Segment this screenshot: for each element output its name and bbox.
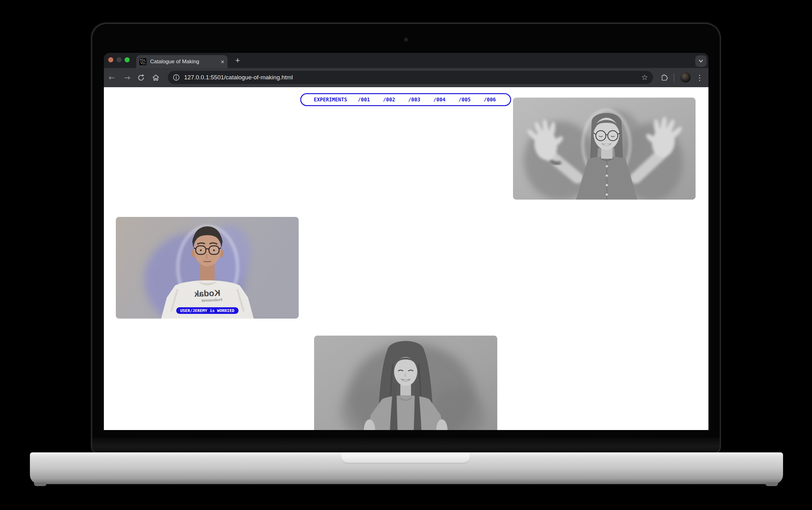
- laptop-base: [30, 452, 783, 484]
- laptop-foot-right: [765, 483, 778, 486]
- reload-icon: [137, 74, 145, 82]
- back-button[interactable]: ←: [106, 72, 117, 83]
- url-text[interactable]: 127.0.0.1:5501/catalogue-of-making.html: [184, 74, 637, 81]
- tab-strip: Catalogue of Making × +: [104, 53, 708, 68]
- traffic-light-close[interactable]: [108, 57, 113, 62]
- home-icon: [152, 74, 160, 82]
- puzzle-icon: [660, 74, 668, 82]
- desktop-background: Catalogue of Making × + ← →: [0, 0, 812, 510]
- favicon-icon: [139, 58, 146, 65]
- laptop-screen: Catalogue of Making × + ← →: [92, 24, 720, 452]
- lid-opening-notch: [341, 452, 470, 464]
- browser-window: Catalogue of Making × + ← →: [104, 53, 708, 430]
- forward-button[interactable]: →: [121, 72, 133, 83]
- search-tabs-button[interactable]: [695, 55, 706, 67]
- webcam-photo-hands-raised: [513, 97, 696, 200]
- extensions-button[interactable]: [659, 72, 670, 83]
- laptop-foot-left: [34, 483, 47, 486]
- browser-toolbar: ← →: [104, 68, 708, 87]
- webcam-photo-jeremy: Kodak Professional: [116, 217, 299, 319]
- reload-button[interactable]: [135, 72, 147, 83]
- tab-title: Catalogue of Making: [150, 59, 218, 65]
- nav-link-001[interactable]: /001: [358, 97, 370, 103]
- site-info-icon[interactable]: [173, 74, 180, 81]
- toolbar-divider: [673, 74, 674, 82]
- nav-link-003[interactable]: /003: [408, 97, 420, 103]
- traffic-light-zoom[interactable]: [125, 57, 130, 62]
- profile-avatar[interactable]: [680, 73, 691, 83]
- bookmark-star-icon[interactable]: ☆: [641, 73, 648, 82]
- nav-link-004[interactable]: /004: [433, 97, 446, 103]
- new-tab-button[interactable]: +: [233, 56, 242, 65]
- browser-tab[interactable]: Catalogue of Making ×: [136, 55, 228, 68]
- traffic-light-minimize[interactable]: [116, 57, 121, 62]
- address-bar[interactable]: 127.0.0.1:5501/catalogue-of-making.html …: [168, 71, 653, 84]
- nav-link-005[interactable]: /005: [459, 97, 471, 103]
- tab-close-icon[interactable]: ×: [221, 59, 224, 65]
- experiments-nav: EXPERIMENTS /001 /002 /003 /004 /005 /00…: [300, 93, 511, 106]
- home-button[interactable]: [150, 72, 162, 83]
- browser-menu-button[interactable]: ⋮: [695, 72, 704, 83]
- nav-link-006[interactable]: /006: [484, 97, 496, 103]
- webcam-icon: [404, 37, 408, 42]
- screen-hinge-shadow: [92, 438, 720, 452]
- nav-link-002[interactable]: /002: [383, 97, 395, 103]
- chevron-down-icon: [698, 58, 704, 64]
- page-viewport: EXPERIMENTS /001 /002 /003 /004 /005 /00…: [104, 87, 708, 430]
- webcam-photo-smiling: [314, 336, 497, 430]
- status-badge: USER/JEREMY is WORRIED: [176, 307, 238, 314]
- nav-title: EXPERIMENTS: [314, 97, 347, 103]
